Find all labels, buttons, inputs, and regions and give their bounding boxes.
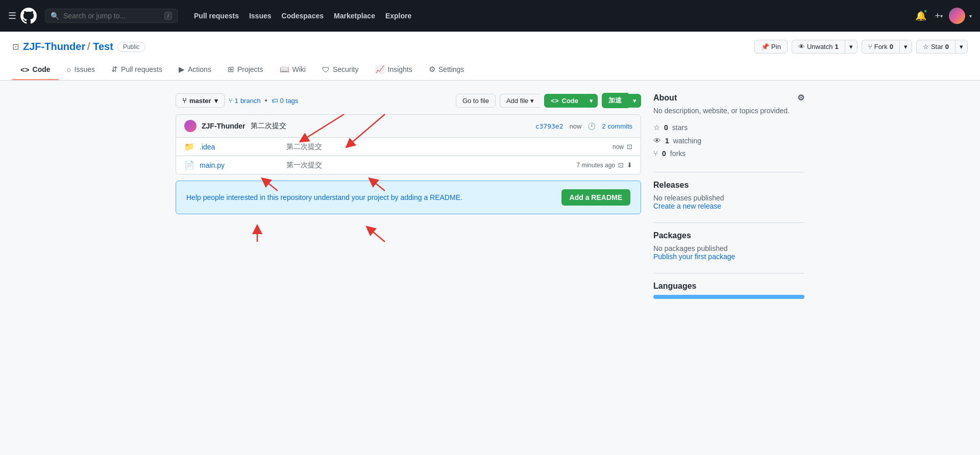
star-group: ☆ Star 0 ▾ bbox=[916, 40, 968, 54]
file-name-idea[interactable]: .idea bbox=[200, 143, 281, 151]
add-button[interactable]: + ▾ bbox=[933, 9, 945, 23]
branches-count: 1 bbox=[235, 97, 238, 105]
plus-icon: + bbox=[935, 11, 940, 21]
idea-time-text: now bbox=[612, 143, 624, 150]
pin-button[interactable]: 📌 Pin bbox=[754, 40, 788, 54]
main-content: ⑂ master ▾ ⑂ 1 branch • 🏷 0 tags Go to f… bbox=[163, 81, 817, 311]
nav-codespaces[interactable]: Codespaces bbox=[278, 10, 328, 22]
octocat-icon[interactable] bbox=[20, 8, 37, 24]
fork-dropdown-button[interactable]: ▾ bbox=[899, 40, 912, 54]
jiacu-dropdown-icon: ▾ bbox=[633, 97, 636, 105]
branch-fork-icon: ⑂ bbox=[229, 97, 233, 105]
eye-icon: 👁 bbox=[798, 43, 805, 50]
tab-projects[interactable]: ⊞ Projects bbox=[219, 60, 272, 80]
watch-group: 👁 Unwatch 1 ▾ bbox=[792, 40, 857, 54]
star-button[interactable]: ☆ Star 0 bbox=[916, 40, 955, 54]
tab-insights-label: Insights bbox=[388, 65, 412, 73]
create-release-link[interactable]: Create a new release bbox=[653, 202, 721, 210]
notifications-button[interactable]: 🔔 bbox=[913, 8, 928, 23]
tab-actions-label: Actions bbox=[188, 65, 211, 73]
file-time-main-py: 7 minutes ago ⊡ ⬇ bbox=[577, 161, 632, 169]
tab-projects-label: Projects bbox=[237, 65, 263, 73]
jiacu-dropdown-button[interactable]: ▾ bbox=[628, 94, 641, 108]
nav-explore[interactable]: Explore bbox=[381, 10, 415, 22]
github-logo[interactable]: ☰ bbox=[8, 8, 37, 24]
tab-code[interactable]: <> Code bbox=[12, 60, 59, 80]
avatar-dropdown-button[interactable]: ▾ bbox=[969, 13, 972, 19]
search-input[interactable] bbox=[63, 12, 160, 20]
tab-code-label: Code bbox=[33, 65, 51, 73]
sidebar-divider-3 bbox=[653, 273, 804, 273]
commits-count-link[interactable]: 2 commits bbox=[602, 122, 632, 130]
repo-owner-link[interactable]: ZJF-Thunder bbox=[23, 41, 85, 52]
add-readme-button[interactable]: Add a README bbox=[561, 189, 630, 206]
search-box[interactable]: 🔍 / bbox=[45, 9, 178, 23]
no-packages-text: No packages published bbox=[653, 244, 804, 252]
about-title-text: About bbox=[653, 93, 677, 103]
file-browser-container: ZJF-Thunder 第二次提交 c3793e2 now 🕐 2 commit… bbox=[176, 114, 641, 174]
file-name-main-py[interactable]: main.py bbox=[200, 161, 281, 169]
code-button[interactable]: <> Code bbox=[544, 94, 585, 108]
branches-link[interactable]: ⑂ 1 branch bbox=[229, 97, 261, 105]
file-commit-msg-main-py: 第一次提交 bbox=[286, 161, 572, 170]
commit-time: now bbox=[570, 122, 582, 130]
main-py-preview-icon[interactable]: ⊡ bbox=[618, 161, 624, 169]
tab-issues[interactable]: ○ Issues bbox=[59, 60, 104, 80]
tab-pull-requests[interactable]: ⇵ Pull requests bbox=[103, 60, 170, 80]
star-dropdown-button[interactable]: ▾ bbox=[955, 40, 968, 54]
nav-marketplace[interactable]: Marketplace bbox=[330, 10, 379, 22]
tab-security[interactable]: 🛡 Security bbox=[314, 60, 367, 80]
watch-button[interactable]: 👁 Unwatch 1 bbox=[792, 40, 845, 54]
commit-message: 第二次提交 bbox=[251, 121, 286, 131]
fork-label: Fork bbox=[874, 43, 888, 50]
star-stat-icon: ☆ bbox=[653, 123, 660, 132]
insights-tab-icon: 📈 bbox=[375, 65, 385, 74]
file-commit-msg-idea: 第二次提交 bbox=[286, 142, 607, 151]
about-gear-icon[interactable]: ⚙ bbox=[797, 93, 804, 103]
jiacu-button[interactable]: 加速 bbox=[602, 93, 628, 108]
tags-link[interactable]: 🏷 0 tags bbox=[272, 97, 299, 105]
projects-tab-icon: ⊞ bbox=[228, 65, 234, 74]
about-title: About ⚙ bbox=[653, 93, 804, 103]
tab-actions[interactable]: ▶ Actions bbox=[170, 60, 219, 80]
repo-sidebar: About ⚙ No description, website, or topi… bbox=[653, 93, 804, 299]
pin-group: 📌 Pin bbox=[754, 40, 788, 54]
repo-icon: ⊡ bbox=[12, 42, 19, 52]
publish-package-link[interactable]: Publish your first package bbox=[653, 252, 735, 261]
branch-name: master bbox=[189, 97, 211, 105]
watch-count: 1 bbox=[835, 43, 838, 50]
commits-count: 2 bbox=[602, 122, 605, 130]
code-button-label: Code bbox=[562, 97, 579, 105]
code-dropdown-button[interactable]: ▾ bbox=[585, 94, 598, 108]
packages-title: Packages bbox=[653, 231, 804, 240]
idea-preview-icon[interactable]: ⊡ bbox=[627, 143, 632, 150]
branch-icon: ⑂ bbox=[182, 96, 186, 105]
main-py-download-icon[interactable]: ⬇ bbox=[627, 161, 632, 169]
fork-group: ⑂ Fork 0 ▾ bbox=[862, 40, 912, 54]
file-time-idea: now ⊡ bbox=[612, 143, 632, 150]
watch-dropdown-button[interactable]: ▾ bbox=[845, 40, 857, 54]
tab-settings[interactable]: ⚙ Settings bbox=[421, 60, 473, 80]
table-row: 📁 .idea 第二次提交 now ⊡ bbox=[176, 138, 641, 156]
nav-issues[interactable]: Issues bbox=[245, 10, 276, 22]
add-file-arrow-icon: ▾ bbox=[530, 97, 534, 105]
jiacu-label: 加速 bbox=[608, 96, 622, 105]
tab-wiki[interactable]: 📖 Wiki bbox=[272, 60, 314, 80]
nav-pull-requests[interactable]: Pull requests bbox=[190, 10, 243, 22]
user-avatar[interactable] bbox=[949, 8, 965, 24]
goto-file-button[interactable]: Go to file bbox=[456, 94, 496, 108]
eye-stat-icon: 👁 bbox=[653, 136, 661, 145]
watching-stat: 👁 1 watching bbox=[653, 134, 804, 147]
commit-hash-link[interactable]: c3793e2 bbox=[535, 122, 564, 130]
hamburger-icon[interactable]: ☰ bbox=[8, 10, 16, 21]
branch-selector-button[interactable]: ⑂ master ▾ bbox=[176, 93, 225, 108]
tab-security-label: Security bbox=[333, 65, 359, 73]
repo-name-link[interactable]: Test bbox=[93, 41, 113, 52]
releases-title: Releases bbox=[653, 181, 804, 190]
forks-label: forks bbox=[670, 149, 685, 158]
stars-count: 0 bbox=[664, 123, 668, 132]
fork-button[interactable]: ⑂ Fork 0 bbox=[862, 40, 899, 54]
add-file-button[interactable]: Add file ▾ bbox=[500, 94, 540, 108]
top-nav-links: Pull requests Issues Codespaces Marketpl… bbox=[190, 10, 415, 22]
tab-insights[interactable]: 📈 Insights bbox=[367, 60, 421, 80]
